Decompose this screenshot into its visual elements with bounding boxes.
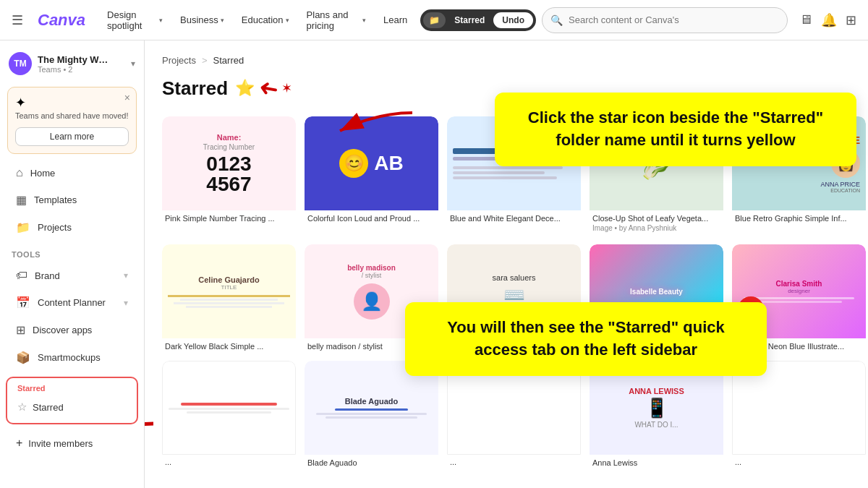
card-number: 4567 bbox=[206, 174, 251, 194]
learn-more-button[interactable]: Learn more bbox=[15, 127, 129, 146]
home-icon: ⌂ bbox=[16, 166, 23, 179]
starred-item-label: Starred bbox=[33, 402, 64, 413]
card-number: 0123 bbox=[206, 154, 251, 174]
tooltip-2-text: You will then see the "Starred" quick ac… bbox=[447, 318, 725, 359]
search-wrap: 🔍 bbox=[542, 7, 788, 33]
sidebar-item-starred[interactable]: ☆ Starred bbox=[10, 395, 134, 419]
sidebar-item-label: Projects bbox=[38, 222, 72, 233]
teams-banner: × ✦ Teams and shared have moved! Learn m… bbox=[7, 87, 137, 154]
design-card[interactable]: ... bbox=[732, 361, 866, 469]
card-thumbnail: Name: Tracing Number 0123 4567 bbox=[162, 116, 296, 210]
brand-icon: 🏷 bbox=[16, 269, 27, 282]
sidebar: TM The Mighty Word... Teams • 2 ▾ × ✦ Te… bbox=[0, 40, 145, 488]
nav-plans-pricing[interactable]: Plans and pricing ▾ bbox=[299, 5, 373, 35]
team-info: The Mighty Word... Teams • 2 bbox=[38, 54, 125, 74]
apps-icon: ⊞ bbox=[16, 323, 25, 337]
nav-design-spotlight[interactable]: Design spotlight ▾ bbox=[100, 5, 170, 35]
breadcrumb-separator: > bbox=[202, 55, 208, 66]
card-label: Close-Up Shot of Leafy Vegeta... bbox=[590, 210, 723, 224]
sidebar-item-smartmockups[interactable]: 📦 Smartmockups bbox=[4, 344, 140, 371]
page-title: Starred bbox=[162, 77, 228, 100]
main-content: Projects > Starred Starred ⭐ ➜ ✶ Name: T… bbox=[145, 40, 868, 488]
folder-icon: 📁 bbox=[429, 15, 440, 25]
breadcrumb-projects[interactable]: Projects bbox=[162, 55, 196, 66]
tools-section-label: Tools bbox=[0, 241, 144, 262]
starred-section: Starred ☆ Starred bbox=[6, 377, 138, 424]
top-navigation: ☰ Canva Design spotlight ▾ Business ▾ Ed… bbox=[0, 0, 868, 40]
chevron-down-icon: ▾ bbox=[221, 17, 224, 24]
tooltip-1-text: Click the star icon beside the "Starred"… bbox=[528, 108, 823, 149]
search-input[interactable] bbox=[542, 7, 788, 33]
design-grid: Name: Tracing Number 0123 4567 Pink Simp… bbox=[162, 116, 868, 469]
arrow-annotation-1: ➜ bbox=[257, 73, 281, 103]
mockups-icon: 📦 bbox=[16, 351, 30, 364]
card-thumbnail: Celine Guajardo TITLE bbox=[162, 244, 296, 338]
card-text: AB bbox=[374, 152, 403, 175]
design-card[interactable]: ... bbox=[162, 361, 296, 469]
pill-folder: 📁 bbox=[423, 12, 446, 28]
plus-icon: + bbox=[16, 437, 22, 450]
breadcrumb-current: Starred bbox=[213, 55, 244, 66]
design-card[interactable]: Blade Aguado Blade Aguado bbox=[305, 361, 438, 469]
expand-icon: ▾ bbox=[124, 270, 128, 281]
star-icon: ☆ bbox=[17, 401, 27, 414]
canva-logo[interactable]: Canva bbox=[38, 11, 85, 30]
sparkle-annotation: ✶ bbox=[281, 80, 292, 96]
sidebar-item-projects[interactable]: 📁 Projects bbox=[4, 214, 140, 241]
star-button[interactable]: ⭐ bbox=[235, 79, 255, 98]
design-card[interactable]: Name: Tracing Number 0123 4567 Pink Simp… bbox=[162, 116, 296, 236]
grid-icon[interactable]: ⊞ bbox=[846, 12, 856, 28]
sidebar-item-label: Discover apps bbox=[33, 325, 92, 335]
team-name: The Mighty Word... bbox=[38, 54, 110, 65]
avatar: TM bbox=[9, 52, 32, 75]
chevron-down-icon: ▾ bbox=[286, 17, 289, 24]
nav-business[interactable]: Business ▾ bbox=[173, 10, 231, 30]
nav-education[interactable]: Education ▾ bbox=[234, 10, 297, 30]
nav-menu: Design spotlight ▾ Business ▾ Education … bbox=[100, 5, 414, 35]
pill-undo-button[interactable]: Undo bbox=[493, 12, 533, 28]
sidebar-item-templates[interactable]: ▦ Templates bbox=[4, 187, 140, 213]
team-selector[interactable]: TM The Mighty Word... Teams • 2 ▾ bbox=[0, 46, 144, 81]
nav-learn[interactable]: Learn bbox=[376, 10, 414, 30]
sparkle-icon: ✦ bbox=[15, 95, 129, 111]
card-sublabel: Image • by Anna Pyshniuk bbox=[590, 224, 723, 236]
card-label: Blue Retro Graphic Simple Inf... bbox=[732, 210, 866, 224]
starred-section-label: Starred bbox=[10, 382, 134, 395]
templates-icon: ▦ bbox=[16, 193, 27, 207]
card-label: Colorful Icon Loud and Proud ... bbox=[305, 210, 438, 224]
hamburger-menu-icon[interactable]: ☰ bbox=[12, 12, 23, 28]
card-label: ... bbox=[732, 455, 866, 469]
tooltip-box-2: You will then see the "Starred" quick ac… bbox=[405, 302, 767, 376]
card-label: ... bbox=[162, 455, 296, 469]
sidebar-item-content-planner[interactable]: 📅 Content Planner ▾ bbox=[4, 289, 140, 316]
design-card[interactable]: Celine Guajardo TITLE Dark Yellow Black … bbox=[162, 244, 296, 352]
sidebar-item-label: Home bbox=[30, 168, 56, 179]
monitor-icon[interactable]: 🖥 bbox=[799, 12, 812, 27]
close-banner-button[interactable]: × bbox=[124, 92, 130, 103]
chevron-down-icon: ▾ bbox=[159, 17, 163, 24]
design-card[interactable]: ANNA LEWISS 📱 WHAT DO I... Anna Lewiss bbox=[590, 361, 723, 469]
team-sub: Teams • 2 bbox=[38, 65, 125, 74]
card-thumbnail bbox=[162, 361, 296, 455]
folder-icon: 📁 bbox=[16, 221, 30, 234]
starred-undo-pill: 📁 Starred Undo bbox=[420, 9, 536, 31]
calendar-icon: 📅 bbox=[16, 296, 30, 309]
sidebar-item-home[interactable]: ⌂ Home bbox=[4, 160, 140, 186]
invite-members-button[interactable]: + Invite members bbox=[4, 430, 140, 456]
sidebar-item-brand[interactable]: 🏷 Brand ▾ bbox=[4, 262, 140, 288]
invite-label: Invite members bbox=[28, 438, 93, 449]
bell-icon[interactable]: 🔔 bbox=[821, 12, 837, 28]
sidebar-item-discover-apps[interactable]: ⊞ Discover apps bbox=[4, 317, 140, 343]
card-label: ... bbox=[447, 455, 581, 469]
expand-icon: ▾ bbox=[124, 298, 128, 308]
tooltip-box-1: Click the star icon beside the "Starred"… bbox=[495, 93, 856, 166]
sidebar-item-label: Templates bbox=[34, 194, 77, 205]
card-label: Blade Aguado bbox=[305, 455, 438, 468]
breadcrumb: Projects > Starred bbox=[162, 55, 868, 66]
card-label: Anna Lewiss bbox=[590, 455, 723, 468]
sidebar-item-label: Brand bbox=[35, 270, 60, 281]
sidebar-item-label: Content Planner bbox=[38, 297, 106, 308]
design-card[interactable]: ... bbox=[447, 361, 581, 469]
nav-right-icons: 🖥 🔔 ⊞ bbox=[799, 12, 856, 28]
pill-starred-label: Starred bbox=[447, 12, 492, 28]
